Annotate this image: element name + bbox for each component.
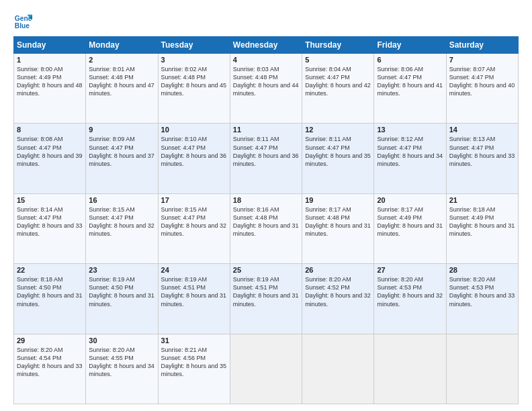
- weekday-header-row: SundayMondayTuesdayWednesdayThursdayFrid…: [14, 37, 519, 54]
- day-number: 25: [233, 266, 299, 274]
- cell-info: Sunrise: 8:15 AMSunset: 4:47 PMDaylight:…: [161, 205, 227, 238]
- cell-info: Sunrise: 8:19 AMSunset: 4:51 PMDaylight:…: [233, 275, 299, 308]
- weekday-header-thursday: Thursday: [302, 37, 374, 54]
- cell-info: Sunrise: 8:01 AMSunset: 4:48 PMDaylight:…: [89, 65, 154, 98]
- calendar-cell: 6 Sunrise: 8:06 AMSunset: 4:47 PMDayligh…: [374, 54, 446, 124]
- day-number: 7: [449, 56, 515, 64]
- cell-info: Sunrise: 8:00 AMSunset: 4:49 PMDaylight:…: [17, 65, 83, 98]
- cell-info: Sunrise: 8:20 AMSunset: 4:52 PMDaylight:…: [305, 275, 371, 308]
- cell-info: Sunrise: 8:20 AMSunset: 4:55 PMDaylight:…: [89, 346, 154, 379]
- day-number: 20: [377, 196, 443, 204]
- calendar-cell: [446, 334, 518, 404]
- calendar-cell: 21 Sunrise: 8:18 AMSunset: 4:49 PMDaylig…: [446, 193, 518, 263]
- cell-info: Sunrise: 8:11 AMSunset: 4:47 PMDaylight:…: [305, 135, 371, 168]
- day-number: 26: [305, 266, 371, 274]
- day-number: 6: [377, 56, 443, 64]
- calendar-week-row: 29 Sunrise: 8:20 AMSunset: 4:54 PMDaylig…: [14, 334, 519, 404]
- calendar-cell: 11 Sunrise: 8:11 AMSunset: 4:47 PMDaylig…: [230, 124, 302, 193]
- calendar-cell: 7 Sunrise: 8:07 AMSunset: 4:47 PMDayligh…: [446, 54, 518, 124]
- day-number: 23: [89, 266, 154, 274]
- day-number: 11: [233, 126, 299, 134]
- cell-info: Sunrise: 8:03 AMSunset: 4:48 PMDaylight:…: [233, 65, 299, 98]
- calendar-week-row: 1 Sunrise: 8:00 AMSunset: 4:49 PMDayligh…: [14, 54, 519, 124]
- day-number: 17: [161, 196, 227, 204]
- weekday-header-friday: Friday: [374, 37, 446, 54]
- calendar-cell: 24 Sunrise: 8:19 AMSunset: 4:51 PMDaylig…: [158, 264, 230, 334]
- cell-info: Sunrise: 8:19 AMSunset: 4:50 PMDaylight:…: [89, 275, 154, 308]
- calendar-table: SundayMondayTuesdayWednesdayThursdayFrid…: [13, 36, 519, 404]
- calendar-cell: 13 Sunrise: 8:12 AMSunset: 4:47 PMDaylig…: [374, 124, 446, 193]
- day-number: 2: [89, 56, 154, 64]
- calendar-cell: [374, 334, 446, 404]
- day-number: 18: [233, 196, 299, 204]
- calendar-cell: 8 Sunrise: 8:08 AMSunset: 4:47 PMDayligh…: [14, 124, 86, 193]
- day-number: 10: [161, 126, 227, 134]
- day-number: 12: [305, 126, 371, 134]
- cell-info: Sunrise: 8:20 AMSunset: 4:54 PMDaylight:…: [17, 346, 83, 379]
- svg-text:Blue: Blue: [15, 22, 30, 30]
- cell-info: Sunrise: 8:18 AMSunset: 4:50 PMDaylight:…: [17, 275, 83, 308]
- cell-info: Sunrise: 8:08 AMSunset: 4:47 PMDaylight:…: [17, 135, 83, 168]
- calendar-cell: 22 Sunrise: 8:18 AMSunset: 4:50 PMDaylig…: [14, 264, 86, 334]
- calendar-cell: 28 Sunrise: 8:20 AMSunset: 4:53 PMDaylig…: [446, 264, 518, 334]
- day-number: 13: [377, 126, 443, 134]
- calendar-cell: 10 Sunrise: 8:10 AMSunset: 4:47 PMDaylig…: [158, 124, 230, 193]
- cell-info: Sunrise: 8:20 AMSunset: 4:53 PMDaylight:…: [377, 275, 443, 308]
- cell-info: Sunrise: 8:07 AMSunset: 4:47 PMDaylight:…: [449, 65, 515, 98]
- cell-info: Sunrise: 8:19 AMSunset: 4:51 PMDaylight:…: [161, 275, 227, 308]
- day-number: 30: [89, 336, 154, 345]
- logo-icon: General Blue: [13, 12, 32, 31]
- cell-info: Sunrise: 8:12 AMSunset: 4:47 PMDaylight:…: [377, 135, 443, 168]
- calendar-cell: 5 Sunrise: 8:04 AMSunset: 4:47 PMDayligh…: [302, 54, 374, 124]
- calendar-cell: 25 Sunrise: 8:19 AMSunset: 4:51 PMDaylig…: [230, 264, 302, 334]
- calendar-week-row: 15 Sunrise: 8:14 AMSunset: 4:47 PMDaylig…: [14, 193, 519, 263]
- calendar-cell: 20 Sunrise: 8:17 AMSunset: 4:49 PMDaylig…: [374, 193, 446, 263]
- day-number: 8: [17, 126, 83, 134]
- calendar-cell: 4 Sunrise: 8:03 AMSunset: 4:48 PMDayligh…: [230, 54, 302, 124]
- cell-info: Sunrise: 8:15 AMSunset: 4:47 PMDaylight:…: [89, 205, 154, 238]
- calendar-cell: 23 Sunrise: 8:19 AMSunset: 4:50 PMDaylig…: [86, 264, 158, 334]
- calendar-cell: [230, 334, 302, 404]
- calendar-cell: 18 Sunrise: 8:16 AMSunset: 4:48 PMDaylig…: [230, 193, 302, 263]
- calendar-cell: [302, 334, 374, 404]
- calendar-cell: 9 Sunrise: 8:09 AMSunset: 4:47 PMDayligh…: [86, 124, 158, 193]
- cell-info: Sunrise: 8:10 AMSunset: 4:47 PMDaylight:…: [161, 135, 227, 168]
- calendar-cell: 30 Sunrise: 8:20 AMSunset: 4:55 PMDaylig…: [86, 334, 158, 404]
- calendar-cell: 29 Sunrise: 8:20 AMSunset: 4:54 PMDaylig…: [14, 334, 86, 404]
- cell-info: Sunrise: 8:06 AMSunset: 4:47 PMDaylight:…: [377, 65, 443, 98]
- calendar-cell: 16 Sunrise: 8:15 AMSunset: 4:47 PMDaylig…: [86, 193, 158, 263]
- day-number: 22: [17, 266, 83, 274]
- calendar-page: General Blue SundayMondayTuesdayWednesda…: [0, 0, 532, 411]
- calendar-cell: 17 Sunrise: 8:15 AMSunset: 4:47 PMDaylig…: [158, 193, 230, 263]
- calendar-cell: 31 Sunrise: 8:21 AMSunset: 4:56 PMDaylig…: [158, 334, 230, 404]
- cell-info: Sunrise: 8:11 AMSunset: 4:47 PMDaylight:…: [233, 135, 299, 168]
- cell-info: Sunrise: 8:16 AMSunset: 4:48 PMDaylight:…: [233, 205, 299, 238]
- weekday-header-monday: Monday: [86, 37, 158, 54]
- cell-info: Sunrise: 8:02 AMSunset: 4:48 PMDaylight:…: [161, 65, 227, 98]
- calendar-cell: 1 Sunrise: 8:00 AMSunset: 4:49 PMDayligh…: [14, 54, 86, 124]
- calendar-cell: 15 Sunrise: 8:14 AMSunset: 4:47 PMDaylig…: [14, 193, 86, 263]
- cell-info: Sunrise: 8:13 AMSunset: 4:47 PMDaylight:…: [449, 135, 515, 168]
- calendar-week-row: 8 Sunrise: 8:08 AMSunset: 4:47 PMDayligh…: [14, 124, 519, 193]
- weekday-header-wednesday: Wednesday: [230, 37, 302, 54]
- day-number: 28: [449, 266, 515, 274]
- day-number: 14: [449, 126, 515, 134]
- day-number: 21: [449, 196, 515, 204]
- cell-info: Sunrise: 8:14 AMSunset: 4:47 PMDaylight:…: [17, 205, 83, 238]
- cell-info: Sunrise: 8:04 AMSunset: 4:47 PMDaylight:…: [305, 65, 371, 98]
- cell-info: Sunrise: 8:21 AMSunset: 4:56 PMDaylight:…: [161, 346, 227, 379]
- calendar-cell: 26 Sunrise: 8:20 AMSunset: 4:52 PMDaylig…: [302, 264, 374, 334]
- calendar-cell: 19 Sunrise: 8:17 AMSunset: 4:48 PMDaylig…: [302, 193, 374, 263]
- calendar-cell: 2 Sunrise: 8:01 AMSunset: 4:48 PMDayligh…: [86, 54, 158, 124]
- day-number: 16: [89, 196, 154, 204]
- cell-info: Sunrise: 8:17 AMSunset: 4:48 PMDaylight:…: [305, 205, 371, 238]
- day-number: 24: [161, 266, 227, 274]
- cell-info: Sunrise: 8:20 AMSunset: 4:53 PMDaylight:…: [449, 275, 515, 308]
- cell-info: Sunrise: 8:09 AMSunset: 4:47 PMDaylight:…: [89, 135, 154, 168]
- day-number: 1: [17, 56, 83, 64]
- day-number: 27: [377, 266, 443, 274]
- day-number: 3: [161, 56, 227, 64]
- calendar-cell: 3 Sunrise: 8:02 AMSunset: 4:48 PMDayligh…: [158, 54, 230, 124]
- weekday-header-sunday: Sunday: [14, 37, 86, 54]
- day-number: 19: [305, 196, 371, 204]
